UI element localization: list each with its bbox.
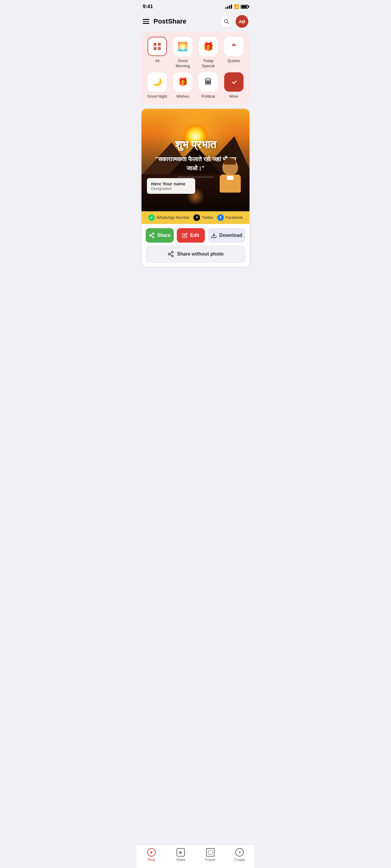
svg-rect-4 (153, 47, 157, 50)
post-image-bg: शुभ प्रभात "सकारात्मकता फैलाते रहो जहां … (141, 109, 250, 211)
name-plate-name: Here Your name (151, 181, 191, 186)
svg-line-17 (170, 253, 172, 254)
frame-nav-icon (206, 848, 215, 857)
wifi-icon: 📶 (234, 4, 239, 9)
social-label-facebook: Facebook (226, 215, 243, 220)
signal-icon (225, 4, 232, 9)
svg-point-6 (231, 79, 237, 85)
divider-line (177, 177, 214, 178)
category-item-political[interactable]: 🏛 Political (197, 72, 219, 99)
video-nav-icon: ▶ (176, 848, 185, 857)
edit-button[interactable]: Edit (177, 228, 205, 243)
category-item-more[interactable]: More (223, 72, 245, 99)
heart-icon: ♥ (150, 850, 153, 855)
status-time: 9:41 (143, 4, 153, 10)
menu-button[interactable] (143, 19, 149, 24)
download-button[interactable]: Download (208, 228, 245, 243)
post-card: शुभ प्रभात "सकारात्मकता फैलाते रहो जहां … (141, 109, 250, 267)
social-item-whatsapp: ✔ WhatsApp Number (148, 214, 190, 221)
edit-button-label: Edit (190, 233, 199, 238)
create-nav-icon: + (235, 848, 244, 857)
name-plate-designation: Designation (151, 186, 191, 191)
header-right: AB (220, 15, 248, 28)
category-item-good-morning[interactable]: 🌅 Good Morning (172, 37, 194, 69)
nav-item-create[interactable]: + Create (225, 848, 255, 862)
header: PostShare AB (137, 12, 254, 32)
category-grid: All 🌅 Good Morning 🎁 Today Special ❝ Quo… (146, 37, 245, 99)
search-button[interactable] (220, 15, 232, 28)
nav-icon-frame-wrap (206, 848, 215, 857)
svg-line-10 (151, 236, 153, 237)
facebook-icon: f (217, 214, 224, 221)
category-icon-today-special: 🎁 (198, 37, 218, 56)
category-icon-political: 🏛 (198, 72, 218, 92)
nav-label-frame: Frame (205, 858, 216, 862)
category-section: All 🌅 Good Morning 🎁 Today Special ❝ Quo… (141, 32, 250, 104)
whatsapp-icon: ✔ (148, 214, 155, 221)
category-icon-more (224, 72, 244, 92)
category-label-more: More (229, 94, 238, 99)
post-image-container: शुभ प्रभात "सकारात्मकता फैलाते रहो जहां … (141, 109, 250, 211)
category-item-wishes[interactable]: 🎁 Wishes (172, 72, 194, 99)
person-head (222, 159, 238, 175)
battery-icon (241, 5, 248, 9)
twitter-icon: ✕ (193, 214, 200, 221)
svg-line-11 (151, 234, 153, 235)
svg-rect-2 (153, 43, 157, 46)
category-label-political: Political (201, 94, 215, 99)
category-item-all[interactable]: All (146, 37, 168, 69)
social-item-twitter: ✕ Twitter (193, 214, 213, 221)
category-label-quotes: Quotes (227, 59, 240, 64)
post-nav-icon: ♥ (147, 848, 156, 857)
nav-item-frame[interactable]: Frame (196, 848, 225, 862)
nav-icon-post: ♥ (147, 848, 156, 857)
social-label-twitter: Twitter (202, 215, 213, 220)
share-button[interactable]: Share (146, 228, 174, 243)
category-label-wishes: Wishes (176, 94, 189, 99)
nav-label-create: Create (234, 858, 245, 862)
app-title: PostShare (153, 18, 187, 25)
status-bar: 9:41 📶 (137, 0, 254, 12)
person-body (220, 175, 241, 193)
share-button-label: Share (157, 233, 170, 238)
svg-line-1 (227, 22, 228, 24)
category-icon-good-morning: 🌅 (173, 37, 193, 56)
share-without-photo-label: Share without photo (177, 251, 224, 257)
nav-item-post[interactable]: ♥ Post (137, 848, 166, 862)
category-label-good-night: Good Night (147, 94, 167, 99)
nav-item-video[interactable]: ▶ Video (166, 848, 196, 862)
bottom-nav: ♥ Post ▶ Video Frame + Create (137, 845, 254, 868)
category-item-quotes[interactable]: ❝ Quotes (223, 37, 245, 69)
share-without-photo-button[interactable]: Share without photo (146, 246, 245, 262)
hindi-title: शुभ प्रभात (175, 138, 216, 151)
social-bar: ✔ WhatsApp Number ✕ Twitter f Facebook (141, 211, 250, 224)
category-icon-good-night: 🌙 (147, 72, 167, 92)
social-item-facebook: f Facebook (217, 214, 243, 221)
nav-label-video: Video (176, 858, 185, 862)
nav-icon-video: ▶ (176, 848, 185, 857)
nav-label-post: Post (148, 858, 155, 862)
header-left: PostShare (143, 18, 187, 25)
action-buttons: Share Edit Download (141, 224, 250, 246)
svg-rect-5 (158, 47, 161, 50)
status-icons: 📶 (225, 4, 248, 9)
person-avatar (220, 159, 241, 193)
name-plate: Here Your name Designation (147, 178, 195, 194)
person-hair (224, 158, 235, 164)
svg-line-16 (170, 254, 172, 255)
category-icon-quotes: ❝ (224, 37, 244, 56)
category-label-today-special: Today Special (197, 59, 219, 69)
category-item-today-special[interactable]: 🎁 Today Special (197, 37, 219, 69)
nav-icon-create-wrap: + (235, 848, 244, 857)
person-collar (227, 176, 233, 180)
category-icon-all (147, 37, 167, 56)
category-icon-wishes: 🎁 (173, 72, 193, 92)
category-item-good-night[interactable]: 🌙 Good Night (146, 72, 168, 99)
svg-rect-3 (158, 43, 161, 46)
user-avatar[interactable]: AB (235, 15, 248, 28)
download-button-label: Download (219, 233, 242, 238)
category-label-all: All (155, 59, 159, 64)
category-label-good-morning: Good Morning (172, 59, 194, 69)
social-label-whatsapp: WhatsApp Number (157, 215, 190, 220)
